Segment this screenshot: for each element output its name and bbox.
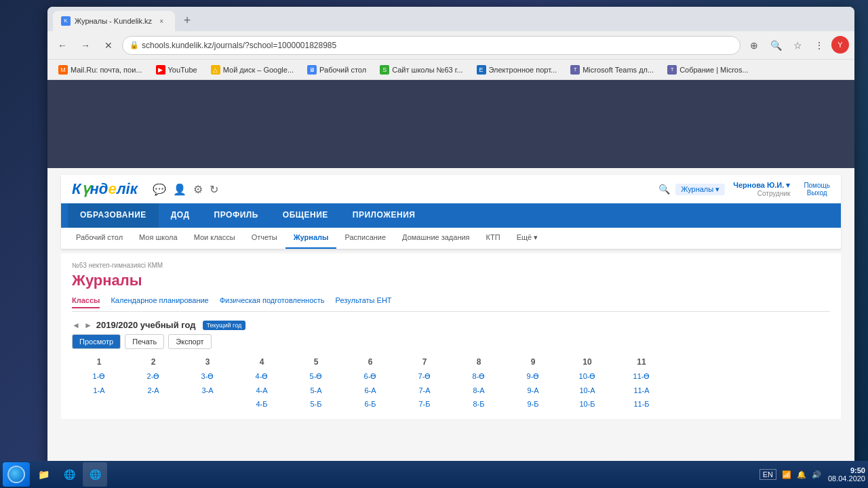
- bookmark-eportal[interactable]: E Электронное порт...: [471, 63, 563, 77]
- class-6b[interactable]: 6-Б: [343, 397, 397, 411]
- class-10o[interactable]: 10-Ө: [560, 369, 614, 384]
- bookmark-desktop[interactable]: 🖥 Рабочий стол: [302, 63, 372, 77]
- language-indicator: EN: [760, 469, 776, 480]
- bookmark-youtube[interactable]: ▶ YouTube: [151, 63, 203, 77]
- class-3a[interactable]: 3-А: [180, 384, 235, 397]
- subnav-otchety[interactable]: Отчеты: [243, 228, 285, 249]
- subnav-moi-klassy[interactable]: Мои классы: [186, 228, 243, 249]
- subnav-zhurnaly[interactable]: Журналы: [285, 228, 337, 249]
- class-4a[interactable]: 4-А: [235, 384, 289, 397]
- class-4b[interactable]: 4-Б: [235, 397, 289, 411]
- nav-dod[interactable]: ДОД: [159, 203, 202, 228]
- school-name: №63 нектеп-гимназиясі КММ: [72, 262, 830, 269]
- class-row-3: 4-Б 5-Б 6-Б 7-Б 8-Б 9-Б 10-Б 11-Б: [72, 397, 830, 411]
- kundelik-header: Күнделік 💬 👤 ⚙ ↻ 🔍 Журналы ▾ Чернова Ю.И…: [61, 175, 841, 249]
- bookmark-drive[interactable]: △ Мой диск – Google...: [205, 63, 299, 77]
- class-5o[interactable]: 5-Ө: [289, 369, 343, 384]
- grade-header-10: 10: [560, 357, 614, 367]
- subnav-raspisanie[interactable]: Расписание: [336, 228, 394, 249]
- extensions-button[interactable]: ⊕: [745, 36, 764, 55]
- eksport-button[interactable]: Экспорт: [168, 334, 211, 349]
- search-icon[interactable]: 🔍: [658, 184, 670, 195]
- class-7a[interactable]: 7-А: [397, 384, 452, 397]
- class-7b[interactable]: 7-Б: [397, 397, 452, 411]
- class-3o[interactable]: 3-Ө: [180, 369, 235, 384]
- nav-profil[interactable]: ПРОФИЛЬ: [202, 203, 271, 228]
- dark-overlay: [47, 80, 854, 168]
- class-8a[interactable]: 8-А: [452, 384, 506, 397]
- nav-prilozhenia[interactable]: ПРИЛОЖЕНИЯ: [340, 203, 428, 228]
- class-7o[interactable]: 7-Ө: [397, 369, 452, 384]
- mail-icon: M: [58, 65, 68, 75]
- content-tab-kalend[interactable]: Календарное планирование: [111, 296, 208, 308]
- menu-button[interactable]: ⋮: [810, 36, 829, 55]
- taskbar-chrome2[interactable]: 🌐: [83, 462, 107, 487]
- bookmark-mail-label: Mail.Ru: почта, пои...: [71, 66, 142, 74]
- grade-header-11: 11: [614, 357, 669, 367]
- content-tab-fiz[interactable]: Физическая подготовленность: [220, 296, 325, 308]
- class-8b[interactable]: 8-Б: [452, 397, 506, 411]
- bookmark-teams1[interactable]: T Microsoft Teams дл...: [565, 63, 659, 77]
- grade-header-9: 9: [506, 357, 560, 367]
- class-6o[interactable]: 6-Ө: [343, 369, 397, 384]
- user-icon: 👤: [173, 183, 186, 196]
- class-9a[interactable]: 9-А: [506, 384, 560, 397]
- forward-button[interactable]: →: [76, 36, 95, 55]
- subnav-rabochiy-stol[interactable]: Рабочий стол: [68, 228, 131, 249]
- class-5a[interactable]: 5-А: [289, 384, 343, 397]
- bookmark-mail[interactable]: M Mail.Ru: почта, пои...: [53, 63, 148, 77]
- class-11a[interactable]: 11-А: [614, 384, 669, 397]
- subnav-ktp[interactable]: КТП: [478, 228, 509, 249]
- content-tab-klassy[interactable]: Классы: [72, 296, 100, 308]
- taskbar-explorer[interactable]: 📁: [31, 462, 56, 487]
- bookmark-school[interactable]: S Сайт школы №63 г...: [374, 63, 468, 77]
- class-9o[interactable]: 9-Ө: [506, 369, 560, 384]
- class-1a[interactable]: 1-А: [72, 384, 126, 397]
- class-4o[interactable]: 4-Ө: [235, 369, 289, 384]
- class-10b[interactable]: 10-Б: [560, 397, 614, 411]
- help-link[interactable]: Помощь: [804, 182, 830, 189]
- nav-obrazovanie[interactable]: ОБРАЗОВАНИЕ: [68, 203, 159, 228]
- new-tab-button[interactable]: +: [178, 11, 197, 30]
- subnav-moya-shkola[interactable]: Моя школа: [131, 228, 186, 249]
- class-8o[interactable]: 8-Ө: [452, 369, 506, 384]
- class-10a[interactable]: 10-А: [560, 384, 614, 397]
- nav-obshhenie[interactable]: ОБЩЕНИЕ: [271, 203, 340, 228]
- class-2a[interactable]: 2-А: [126, 384, 180, 397]
- username[interactable]: Чернова Ю.И. ▾: [733, 181, 790, 190]
- year-prev-arrow[interactable]: ◄: [72, 321, 80, 330]
- class-6a[interactable]: 6-А: [343, 384, 397, 397]
- bookmark-teams1-label: Microsoft Teams дл...: [583, 66, 654, 74]
- reload-button[interactable]: ✕: [99, 36, 118, 55]
- bookmark-button[interactable]: ☆: [788, 36, 807, 55]
- taskbar-chrome1[interactable]: 🌐: [57, 462, 81, 487]
- class-row-1: 1-Ө 2-Ө 3-Ө 4-Ө 5-Ө 6-Ө 7-Ө 8-Ө 9-Ө 10-Ө…: [72, 369, 830, 384]
- tab-close-button[interactable]: ×: [156, 16, 167, 26]
- kundelik-logo: Күнделік: [72, 180, 138, 198]
- exit-link[interactable]: Выход: [804, 189, 830, 197]
- nav-actions: ⊕ 🔍 ☆ ⋮ Y: [745, 36, 849, 55]
- profile-button[interactable]: Y: [831, 36, 849, 54]
- class-2o[interactable]: 2-Ө: [126, 369, 180, 384]
- class-1o[interactable]: 1-Ө: [72, 369, 126, 384]
- search-button[interactable]: 🔍: [766, 36, 785, 55]
- start-button[interactable]: [3, 462, 30, 487]
- address-bar[interactable]: 🔒 schools.kundelik.kz/journals/?school=1…: [122, 36, 741, 55]
- class-5b[interactable]: 5-Б: [289, 397, 343, 411]
- class-11o[interactable]: 11-Ө: [614, 369, 669, 384]
- subnav-domashnie-zadania[interactable]: Домашние задания: [394, 228, 477, 249]
- back-button[interactable]: ←: [53, 36, 72, 55]
- class-3-empty: [180, 397, 235, 411]
- subnav-eshe[interactable]: Ещё ▾: [509, 228, 547, 249]
- grade-header-2: 2: [126, 357, 180, 367]
- bookmark-teams2[interactable]: T Собрание | Micros...: [662, 63, 753, 77]
- year-selector: ◄ ► 2019/2020 учебный год Текущий год: [72, 320, 830, 330]
- year-next-arrow[interactable]: ►: [84, 321, 92, 330]
- class-11b[interactable]: 11-Б: [614, 397, 669, 411]
- class-9b[interactable]: 9-Б: [506, 397, 560, 411]
- prosmotr-button[interactable]: Просмотр: [72, 334, 121, 349]
- content-tab-ent[interactable]: Результаты ЕНТ: [336, 296, 392, 308]
- pechat-button[interactable]: Печать: [125, 334, 164, 349]
- active-tab[interactable]: K Журналы - Kundelik.kz ×: [53, 11, 175, 31]
- taskbar-clock: 9:50 08.04.2020: [828, 466, 865, 483]
